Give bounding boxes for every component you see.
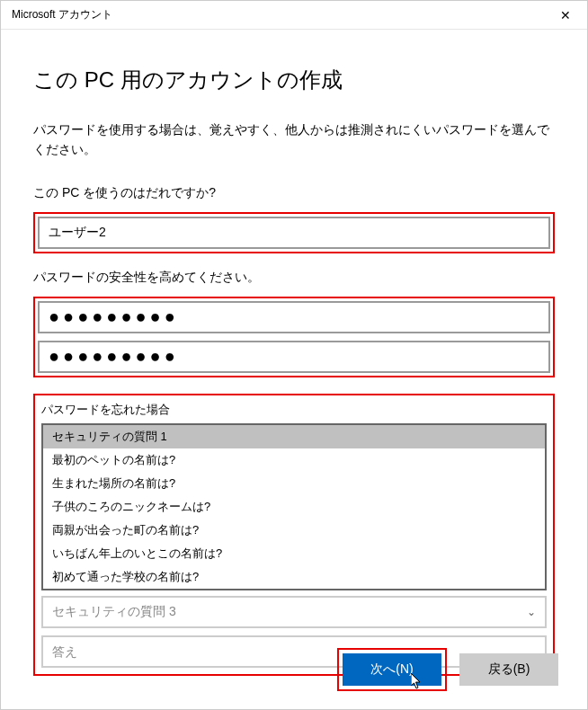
- description-text: パスワードを使用する場合は、覚えやすく、他人からは推測されにくいパスワードを選ん…: [33, 120, 555, 160]
- password-highlight: [33, 297, 555, 377]
- dropdown-item[interactable]: いちばん年上のいとこの名前は?: [43, 542, 545, 565]
- chevron-down-icon: ⌄: [527, 606, 536, 618]
- security-question-3-dropdown[interactable]: セキュリティの質問 3 ⌄: [41, 596, 547, 628]
- dropdown-item[interactable]: 生まれた場所の名前は?: [43, 472, 545, 495]
- dropdown-item[interactable]: 両親が出会った町の名前は?: [43, 519, 545, 542]
- dropdown-item[interactable]: 最初のペットの名前は?: [43, 448, 545, 472]
- close-icon[interactable]: ✕: [555, 4, 576, 26]
- security-questions-highlight: パスワードを忘れた場合 セキュリティの質問 1 最初のペットの名前は? 生まれた…: [33, 394, 555, 676]
- password-input[interactable]: [38, 301, 550, 333]
- dropdown-placeholder: セキュリティの質問 3: [52, 604, 176, 620]
- button-row: 次へ(N) 戻る(B): [337, 648, 558, 691]
- dropdown-item[interactable]: セキュリティの質問 1: [43, 425, 545, 448]
- password-label: パスワードの安全性を高めてください。: [33, 270, 555, 286]
- dropdown-item[interactable]: 初めて通った学校の名前は?: [43, 565, 545, 589]
- password-confirm-input[interactable]: [38, 341, 550, 373]
- page-title: この PC 用のアカウントの作成: [33, 66, 555, 94]
- titlebar: Microsoft アカウント ✕: [1, 1, 587, 30]
- username-input[interactable]: [38, 217, 550, 249]
- forgot-password-label: パスワードを忘れた場合: [41, 402, 547, 418]
- window-title: Microsoft アカウント: [12, 7, 112, 22]
- dropdown-item[interactable]: 子供のころのニックネームは?: [43, 495, 545, 519]
- back-button[interactable]: 戻る(B): [459, 653, 558, 686]
- next-button[interactable]: 次へ(N): [343, 653, 441, 686]
- content-area: この PC 用のアカウントの作成 パスワードを使用する場合は、覚えやすく、他人か…: [1, 30, 587, 710]
- next-button-highlight: 次へ(N): [337, 648, 447, 691]
- username-highlight: [33, 212, 555, 253]
- security-question-1-dropdown[interactable]: セキュリティの質問 1 最初のペットの名前は? 生まれた場所の名前は? 子供のこ…: [41, 423, 547, 590]
- username-label: この PC を使うのはだれですか?: [33, 185, 555, 201]
